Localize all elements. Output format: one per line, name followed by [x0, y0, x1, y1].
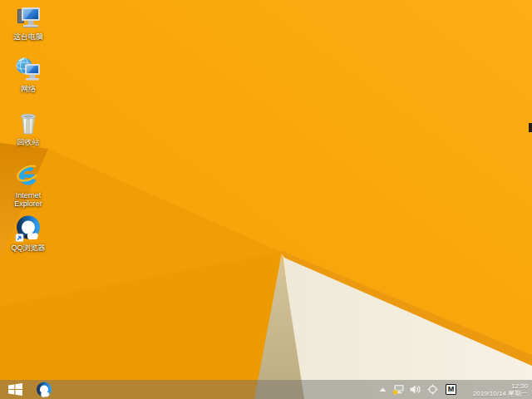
desktop-icon-internet-explorer[interactable]: Internet Explorer	[3, 163, 53, 208]
this-pc-icon	[15, 4, 42, 31]
internet-explorer-icon	[15, 163, 42, 190]
network-warning-icon	[392, 384, 405, 396]
show-hidden-icons-button[interactable]	[379, 387, 387, 392]
screen-edge-artifact	[529, 123, 532, 132]
clock-time: 12:30	[463, 382, 528, 390]
ime-indicator[interactable]: M	[446, 384, 456, 395]
system-tray: M 12:30 2019/10/14 星期一	[379, 380, 532, 399]
speaker-icon	[410, 385, 421, 394]
chevron-up-icon	[379, 387, 387, 392]
desktop-icon-recycle-bin[interactable]: 回收站	[3, 110, 53, 146]
taskbar: M 12:30 2019/10/14 星期一	[0, 380, 532, 399]
desktop-icon-label: 网络	[21, 85, 36, 93]
desktop-icon-label: 回收站	[17, 138, 40, 146]
desktop-icon-network[interactable]: 网络	[3, 57, 53, 93]
desktop-icon-label: Internet Explorer	[4, 191, 52, 208]
windows-logo-icon	[8, 383, 22, 396]
qq-browser-icon	[15, 215, 42, 242]
recycle-bin-icon	[15, 110, 42, 136]
tray-volume[interactable]	[410, 385, 421, 394]
clock-date: 2019/10/14 星期一	[463, 390, 528, 397]
qq-browser-taskbar-icon	[36, 382, 52, 398]
ime-mode-letter: M	[448, 386, 455, 393]
taskbar-qq-browser-button[interactable]	[34, 381, 54, 398]
desktop-icon-this-pc[interactable]: 这台电脑	[3, 4, 53, 41]
desktop-icon-label: QQ浏览器	[11, 244, 45, 252]
network-icon	[15, 57, 42, 83]
tray-network-status[interactable]	[392, 384, 405, 396]
target-ring-icon	[427, 384, 438, 395]
wallpaper	[0, 0, 532, 399]
taskbar-clock[interactable]: 12:30 2019/10/14 星期一	[463, 382, 528, 397]
desktop-icon-qq-browser[interactable]: QQ浏览器	[3, 215, 53, 252]
desktop-icon-label: 这台电脑	[13, 32, 43, 41]
tray-utility[interactable]	[427, 384, 438, 395]
start-button[interactable]	[7, 382, 23, 397]
